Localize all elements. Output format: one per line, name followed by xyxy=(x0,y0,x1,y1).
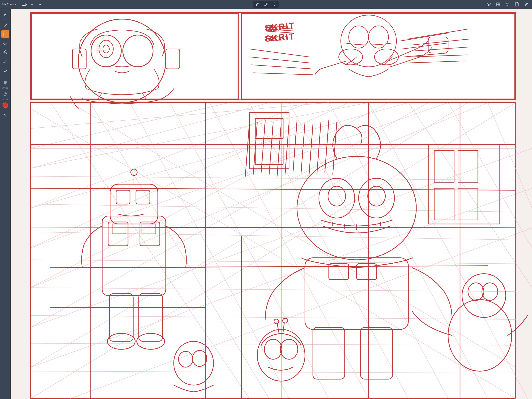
favorites-button[interactable]: ★ xyxy=(1,10,9,19)
fill-icon xyxy=(3,50,7,54)
redo-icon xyxy=(38,2,41,6)
sketch-svg: SKRIT SKRIT xyxy=(11,9,266,200)
svg-point-8 xyxy=(4,81,7,84)
brush-size-button[interactable] xyxy=(1,78,9,86)
drawing-tools-group xyxy=(253,0,266,8)
pen-tool-button[interactable] xyxy=(253,1,261,8)
brush-opacity-label: 100% xyxy=(3,99,8,101)
symmetry-button[interactable] xyxy=(1,111,9,119)
pencil-tool-button[interactable] xyxy=(262,1,266,8)
star-icon: ★ xyxy=(4,12,7,17)
svg-rect-15 xyxy=(31,103,266,200)
svg-rect-12 xyxy=(31,12,266,100)
brush-size-icon xyxy=(3,80,7,84)
brush-size-label: 100 px xyxy=(2,87,8,89)
eraser-icon xyxy=(3,41,7,45)
canvas-area[interactable]: SKRIT SKRIT xyxy=(11,9,266,200)
color-button[interactable] xyxy=(1,102,9,109)
pencil-icon xyxy=(264,2,266,6)
curve-button[interactable] xyxy=(1,68,9,76)
symmetry-icon xyxy=(3,113,8,117)
brush-size-section: 100 px xyxy=(1,78,9,89)
select-button[interactable] xyxy=(1,30,9,38)
video-button[interactable] xyxy=(20,1,27,8)
toolbar-left: My Comics xyxy=(2,1,266,8)
toolbar-center xyxy=(253,0,266,8)
eraser-button[interactable] xyxy=(1,39,9,47)
smudge-button[interactable] xyxy=(1,57,9,65)
left-sidebar: ★ xyxy=(0,9,11,200)
fill-button[interactable] xyxy=(1,48,9,56)
curve-icon xyxy=(3,70,7,74)
redo-button[interactable] xyxy=(36,1,43,8)
video-icon xyxy=(22,3,26,6)
pen-icon xyxy=(255,2,259,6)
brush-icon xyxy=(3,23,7,27)
sidebar-divider-1 xyxy=(2,20,8,20)
smudge-icon xyxy=(3,59,7,63)
brush-opacity-button[interactable] xyxy=(1,90,9,98)
drawing-canvas: SKRIT SKRIT xyxy=(11,9,266,200)
sidebar-divider-2 xyxy=(2,66,8,66)
brush-button[interactable] xyxy=(1,21,9,29)
color-swatch xyxy=(3,103,8,108)
brush-opacity-section: 100% xyxy=(1,90,9,101)
opacity-icon xyxy=(3,92,7,96)
top-toolbar: My Comics xyxy=(0,0,266,9)
svg-rect-5 xyxy=(4,32,7,36)
app-title: My Comics xyxy=(2,3,16,6)
undo-button[interactable] xyxy=(28,1,35,8)
undo-icon xyxy=(31,2,33,6)
select-icon xyxy=(3,32,7,36)
sidebar-divider-3 xyxy=(2,77,8,77)
svg-point-7 xyxy=(5,71,6,72)
